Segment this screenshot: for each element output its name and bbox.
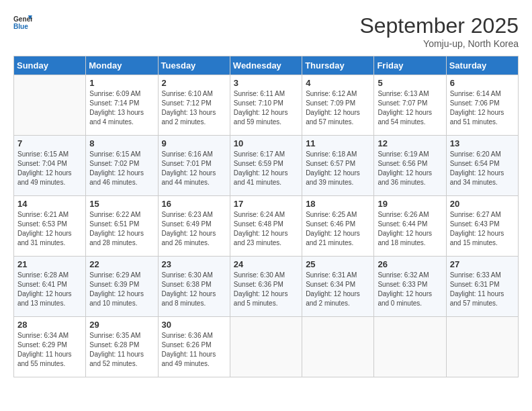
calendar-cell: 14Sunrise: 6:21 AMSunset: 6:53 PMDayligh… [14, 196, 86, 257]
weekday-header-row: SundayMondayTuesdayWednesdayThursdayFrid… [14, 56, 519, 75]
location: Yomju-up, North Korea [359, 38, 519, 49]
day-number: 19 [378, 199, 442, 209]
calendar-cell [230, 317, 302, 377]
calendar-cell: 7Sunrise: 6:15 AMSunset: 7:04 PMDaylight… [14, 136, 86, 196]
svg-text:Blue: Blue [13, 23, 28, 30]
day-info: Sunrise: 6:21 AMSunset: 6:53 PMDaylight:… [17, 210, 82, 248]
day-number: 17 [234, 199, 298, 209]
day-info: Sunrise: 6:15 AMSunset: 7:02 PMDaylight:… [89, 150, 154, 187]
day-info: Sunrise: 6:16 AMSunset: 7:01 PMDaylight:… [162, 150, 226, 187]
day-number: 27 [450, 259, 515, 269]
calendar-week-row: 21Sunrise: 6:28 AMSunset: 6:41 PMDayligh… [14, 257, 519, 317]
calendar-cell: 15Sunrise: 6:22 AMSunset: 6:51 PMDayligh… [86, 196, 158, 257]
calendar-cell: 8Sunrise: 6:15 AMSunset: 7:02 PMDaylight… [86, 136, 158, 196]
day-info: Sunrise: 6:29 AMSunset: 6:39 PMDaylight:… [89, 271, 154, 308]
day-number: 5 [378, 78, 442, 88]
calendar-cell: 1Sunrise: 6:09 AMSunset: 7:14 PMDaylight… [86, 75, 158, 136]
calendar-cell: 21Sunrise: 6:28 AMSunset: 6:41 PMDayligh… [14, 257, 86, 317]
day-info: Sunrise: 6:28 AMSunset: 6:41 PMDaylight:… [17, 271, 82, 308]
day-number: 18 [306, 199, 370, 209]
page-header: General Blue September 2025 Yomju-up, No… [13, 13, 519, 49]
calendar-cell: 23Sunrise: 6:30 AMSunset: 6:38 PMDayligh… [158, 257, 230, 317]
day-number: 20 [450, 199, 515, 209]
calendar-cell: 22Sunrise: 6:29 AMSunset: 6:39 PMDayligh… [86, 257, 158, 317]
calendar-cell: 2Sunrise: 6:10 AMSunset: 7:12 PMDaylight… [158, 75, 230, 136]
calendar-week-row: 14Sunrise: 6:21 AMSunset: 6:53 PMDayligh… [14, 196, 519, 257]
calendar-cell: 3Sunrise: 6:11 AMSunset: 7:10 PMDaylight… [230, 75, 302, 136]
day-info: Sunrise: 6:12 AMSunset: 7:09 PMDaylight:… [306, 89, 370, 127]
day-number: 2 [162, 78, 226, 88]
calendar-cell [14, 75, 86, 136]
month-title: September 2025 [359, 13, 519, 38]
day-number: 25 [306, 259, 370, 269]
day-info: Sunrise: 6:25 AMSunset: 6:46 PMDaylight:… [306, 210, 370, 248]
weekday-header-monday: Monday [86, 56, 158, 75]
calendar-cell [302, 317, 374, 377]
day-info: Sunrise: 6:34 AMSunset: 6:29 PMDaylight:… [17, 331, 82, 369]
day-number: 23 [162, 259, 226, 269]
calendar-cell [374, 317, 446, 377]
calendar-cell: 5Sunrise: 6:13 AMSunset: 7:07 PMDaylight… [374, 75, 446, 136]
day-info: Sunrise: 6:18 AMSunset: 6:57 PMDaylight:… [306, 150, 370, 187]
day-info: Sunrise: 6:17 AMSunset: 6:59 PMDaylight:… [234, 150, 298, 187]
day-number: 8 [89, 138, 154, 148]
day-number: 21 [17, 259, 82, 269]
logo: General Blue [13, 13, 32, 32]
calendar-cell: 29Sunrise: 6:35 AMSunset: 6:28 PMDayligh… [86, 317, 158, 377]
calendar-cell: 12Sunrise: 6:19 AMSunset: 6:56 PMDayligh… [374, 136, 446, 196]
calendar-cell: 9Sunrise: 6:16 AMSunset: 7:01 PMDaylight… [158, 136, 230, 196]
day-info: Sunrise: 6:19 AMSunset: 6:56 PMDaylight:… [378, 150, 442, 187]
calendar-cell: 30Sunrise: 6:36 AMSunset: 6:26 PMDayligh… [158, 317, 230, 377]
day-number: 24 [234, 259, 298, 269]
day-info: Sunrise: 6:30 AMSunset: 6:38 PMDaylight:… [162, 271, 226, 308]
calendar-cell: 25Sunrise: 6:31 AMSunset: 6:34 PMDayligh… [302, 257, 374, 317]
calendar-week-row: 28Sunrise: 6:34 AMSunset: 6:29 PMDayligh… [14, 317, 519, 377]
day-number: 12 [378, 138, 442, 148]
day-number: 1 [89, 78, 154, 88]
day-info: Sunrise: 6:20 AMSunset: 6:54 PMDaylight:… [450, 150, 515, 187]
day-info: Sunrise: 6:14 AMSunset: 7:06 PMDaylight:… [450, 89, 515, 127]
day-number: 16 [162, 199, 226, 209]
day-number: 26 [378, 259, 442, 269]
calendar-cell: 10Sunrise: 6:17 AMSunset: 6:59 PMDayligh… [230, 136, 302, 196]
day-info: Sunrise: 6:32 AMSunset: 6:33 PMDaylight:… [378, 271, 442, 308]
day-info: Sunrise: 6:22 AMSunset: 6:51 PMDaylight:… [89, 210, 154, 248]
day-number: 13 [450, 138, 515, 148]
weekday-header-wednesday: Wednesday [230, 56, 302, 75]
weekday-header-friday: Friday [374, 56, 446, 75]
calendar-cell: 24Sunrise: 6:30 AMSunset: 6:36 PMDayligh… [230, 257, 302, 317]
calendar-cell: 18Sunrise: 6:25 AMSunset: 6:46 PMDayligh… [302, 196, 374, 257]
day-info: Sunrise: 6:10 AMSunset: 7:12 PMDaylight:… [162, 89, 226, 127]
calendar-cell: 13Sunrise: 6:20 AMSunset: 6:54 PMDayligh… [446, 136, 518, 196]
day-info: Sunrise: 6:11 AMSunset: 7:10 PMDaylight:… [234, 89, 298, 127]
day-number: 11 [306, 138, 370, 148]
calendar-cell: 20Sunrise: 6:27 AMSunset: 6:43 PMDayligh… [446, 196, 518, 257]
calendar-week-row: 1Sunrise: 6:09 AMSunset: 7:14 PMDaylight… [14, 75, 519, 136]
calendar-cell: 4Sunrise: 6:12 AMSunset: 7:09 PMDaylight… [302, 75, 374, 136]
day-number: 9 [162, 138, 226, 148]
day-info: Sunrise: 6:09 AMSunset: 7:14 PMDaylight:… [89, 89, 154, 127]
day-info: Sunrise: 6:35 AMSunset: 6:28 PMDaylight:… [89, 331, 154, 369]
calendar-cell: 27Sunrise: 6:33 AMSunset: 6:31 PMDayligh… [446, 257, 518, 317]
calendar-week-row: 7Sunrise: 6:15 AMSunset: 7:04 PMDaylight… [14, 136, 519, 196]
day-info: Sunrise: 6:33 AMSunset: 6:31 PMDaylight:… [450, 271, 515, 308]
day-info: Sunrise: 6:15 AMSunset: 7:04 PMDaylight:… [17, 150, 82, 187]
day-info: Sunrise: 6:30 AMSunset: 6:36 PMDaylight:… [234, 271, 298, 308]
calendar-cell: 28Sunrise: 6:34 AMSunset: 6:29 PMDayligh… [14, 317, 86, 377]
calendar-cell: 17Sunrise: 6:24 AMSunset: 6:48 PMDayligh… [230, 196, 302, 257]
day-number: 4 [306, 78, 370, 88]
weekday-header-thursday: Thursday [302, 56, 374, 75]
day-info: Sunrise: 6:23 AMSunset: 6:49 PMDaylight:… [162, 210, 226, 248]
day-number: 28 [17, 320, 82, 330]
day-info: Sunrise: 6:24 AMSunset: 6:48 PMDaylight:… [234, 210, 298, 248]
day-info: Sunrise: 6:26 AMSunset: 6:44 PMDaylight:… [378, 210, 442, 248]
day-number: 3 [234, 78, 298, 88]
day-number: 29 [89, 320, 154, 330]
day-number: 7 [17, 138, 82, 148]
day-info: Sunrise: 6:27 AMSunset: 6:43 PMDaylight:… [450, 210, 515, 248]
weekday-header-tuesday: Tuesday [158, 56, 230, 75]
calendar-cell [446, 317, 518, 377]
day-info: Sunrise: 6:13 AMSunset: 7:07 PMDaylight:… [378, 89, 442, 127]
calendar-cell: 16Sunrise: 6:23 AMSunset: 6:49 PMDayligh… [158, 196, 230, 257]
calendar-cell: 26Sunrise: 6:32 AMSunset: 6:33 PMDayligh… [374, 257, 446, 317]
